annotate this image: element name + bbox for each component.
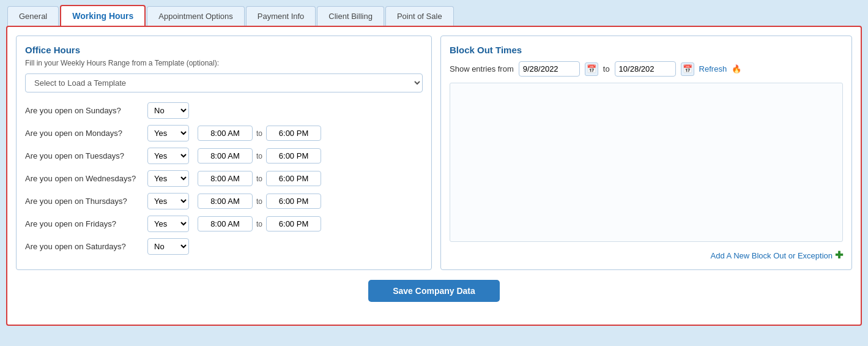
time-from-5[interactable] [198, 216, 253, 231]
day-row-2: Are you open on Tuesdays?YesNoto [25, 148, 423, 164]
day-row-5: Are you open on Fridays?YesNoto [25, 216, 423, 232]
tab-general[interactable]: General [7, 6, 59, 26]
day-select-5[interactable]: YesNo [147, 216, 189, 232]
save-button[interactable]: Save Company Data [368, 280, 500, 302]
refresh-link[interactable]: Refresh [699, 64, 727, 73]
day-label-2: Are you open on Tuesdays? [25, 151, 141, 160]
day-row-1: Are you open on Mondays?YesNoto [25, 125, 423, 141]
time-to-label-3: to [256, 175, 262, 183]
plus-icon: ✚ [835, 250, 843, 260]
date-to-label: to [603, 64, 610, 73]
tab-client-billing[interactable]: Client Billing [317, 6, 384, 26]
cal-icon-from[interactable]: 📅 [585, 62, 598, 76]
time-end-5[interactable] [266, 216, 321, 231]
day-select-0[interactable]: YesNo [147, 102, 189, 119]
blockout-entries-area [450, 83, 843, 242]
show-entries-label: Show entries from [450, 64, 514, 73]
day-label-4: Are you open on Thursdays? [25, 197, 141, 206]
time-group-1: to [198, 126, 321, 141]
time-to-label-2: to [256, 152, 262, 160]
tab-point-of-sale[interactable]: Point of Sale [385, 6, 454, 26]
day-label-1: Are you open on Mondays? [25, 129, 141, 138]
time-from-2[interactable] [198, 148, 253, 164]
time-end-2[interactable] [266, 148, 321, 164]
office-hours-panel: Office Hours Fill in your Weekly Hours R… [16, 36, 432, 270]
day-row-3: Are you open on Wednesdays?YesNoto [25, 170, 423, 187]
day-row-4: Are you open on Thursdays?YesNoto [25, 193, 423, 209]
add-blockout-link[interactable]: Add A New Block Out or Exception✚ [711, 251, 843, 260]
time-group-4: to [198, 194, 321, 209]
main-content: Office Hours Fill in your Weekly Hours R… [6, 26, 862, 326]
day-select-2[interactable]: YesNo [147, 148, 189, 164]
time-end-4[interactable] [266, 194, 321, 209]
office-hours-title: Office Hours [25, 45, 423, 55]
tab-payment-info[interactable]: Payment Info [246, 6, 316, 26]
blockout-filter: Show entries from 📅 to 📅 Refresh 🔥 [450, 61, 843, 77]
day-select-1[interactable]: YesNo [147, 125, 189, 141]
time-to-label-4: to [256, 197, 262, 206]
date-from-input[interactable] [519, 61, 580, 77]
days-container: Are you open on Sundays?YesNoAre you ope… [25, 102, 423, 255]
time-from-1[interactable] [198, 126, 253, 141]
time-to-label-1: to [256, 129, 262, 138]
day-label-6: Are you open on Saturdays? [25, 242, 141, 251]
flame-icon: 🔥 [732, 64, 741, 73]
day-label-3: Are you open on Wednesdays? [25, 174, 141, 183]
day-row-0: Are you open on Sundays?YesNo [25, 102, 423, 119]
tab-bar: GeneralWorking HoursAppointment OptionsP… [0, 0, 868, 26]
time-end-1[interactable] [266, 126, 321, 141]
time-to-label-5: to [256, 220, 262, 228]
save-bar: Save Company Data [16, 280, 852, 302]
tab-appointment-options[interactable]: Appointment Options [147, 6, 244, 26]
tab-working-hours[interactable]: Working Hours [60, 5, 146, 26]
time-group-5: to [198, 216, 321, 231]
add-blockout-bar: Add A New Block Out or Exception✚ [450, 247, 843, 261]
time-group-2: to [198, 148, 321, 164]
day-select-4[interactable]: YesNo [147, 193, 189, 209]
day-select-3[interactable]: YesNo [147, 170, 189, 187]
time-end-3[interactable] [266, 171, 321, 186]
day-row-6: Are you open on Saturdays?YesNo [25, 238, 423, 255]
time-group-3: to [198, 171, 321, 186]
time-from-4[interactable] [198, 194, 253, 209]
time-from-3[interactable] [198, 171, 253, 186]
template-select[interactable]: Select to Load a Template [25, 73, 423, 92]
day-label-5: Are you open on Fridays? [25, 219, 141, 228]
blockout-panel: Block Out Times Show entries from 📅 to 📅… [440, 36, 852, 270]
day-label-0: Are you open on Sundays? [25, 106, 141, 115]
office-hours-subtitle: Fill in your Weekly Hours Range from a T… [25, 59, 423, 67]
blockout-title: Block Out Times [450, 45, 843, 55]
day-select-6[interactable]: YesNo [147, 238, 189, 255]
cal-icon-to[interactable]: 📅 [681, 62, 694, 76]
date-to-input[interactable] [615, 61, 676, 77]
